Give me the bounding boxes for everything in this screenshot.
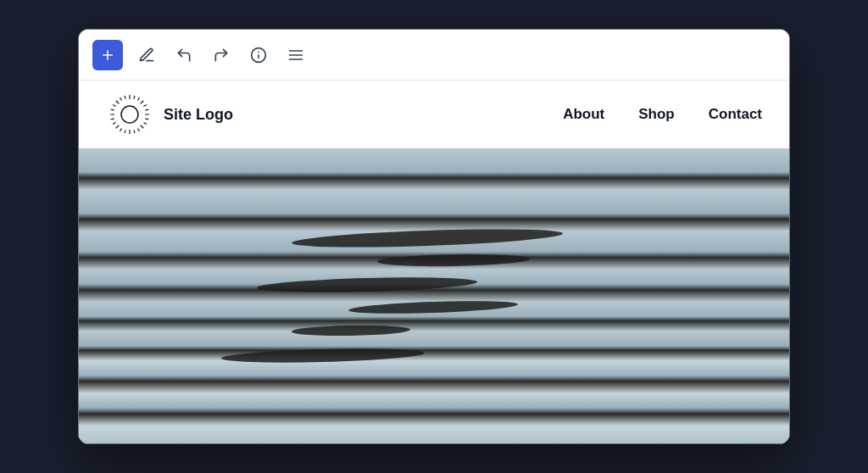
- svg-line-11: [143, 105, 146, 107]
- info-icon[interactable]: [245, 42, 272, 69]
- list-icon[interactable]: [282, 42, 309, 69]
- redo-icon[interactable]: [208, 42, 235, 69]
- nav-shop[interactable]: Shop: [638, 106, 675, 123]
- svg-line-18: [134, 130, 135, 133]
- svg-line-17: [138, 128, 140, 131]
- svg-line-14: [145, 119, 148, 120]
- nav-about[interactable]: About: [563, 106, 604, 123]
- svg-line-24: [111, 119, 114, 120]
- pen-tool-icon[interactable]: [133, 42, 160, 69]
- logo-text: Site Logo: [164, 106, 233, 124]
- logo-area: Site Logo: [106, 91, 233, 138]
- svg-line-8: [134, 96, 135, 99]
- svg-line-26: [111, 109, 114, 110]
- svg-line-21: [120, 128, 122, 131]
- site-logo-icon: [106, 91, 153, 138]
- svg-line-30: [125, 96, 125, 99]
- svg-line-9: [138, 97, 140, 100]
- svg-line-23: [113, 123, 115, 125]
- svg-line-22: [116, 125, 120, 129]
- undo-icon[interactable]: [170, 42, 198, 69]
- add-button[interactable]: [92, 40, 123, 70]
- svg-line-16: [141, 125, 144, 129]
- svg-line-27: [113, 105, 115, 107]
- svg-line-20: [125, 130, 125, 133]
- site-header: Site Logo About Shop Contact: [79, 81, 789, 148]
- hero-image-visual: [79, 148, 789, 443]
- svg-line-10: [141, 101, 144, 104]
- page-content: Site Logo About Shop Contact: [79, 81, 789, 443]
- svg-line-29: [120, 97, 122, 100]
- svg-line-28: [116, 101, 120, 104]
- nav-contact[interactable]: Contact: [709, 106, 762, 123]
- toolbar: [79, 30, 789, 81]
- site-nav: About Shop Contact: [563, 106, 762, 123]
- hero-image: [79, 148, 789, 443]
- svg-line-12: [145, 109, 148, 110]
- browser-window: Site Logo About Shop Contact: [78, 29, 790, 444]
- svg-point-6: [121, 106, 138, 123]
- svg-line-15: [143, 123, 146, 125]
